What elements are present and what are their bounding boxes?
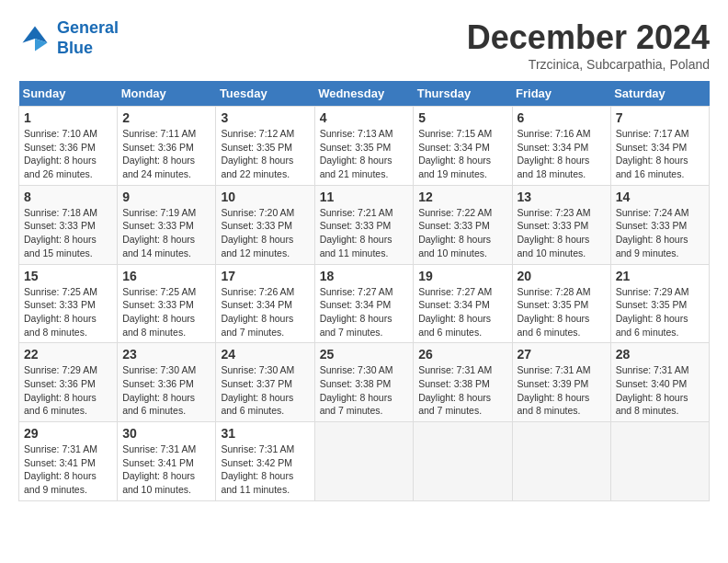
calendar-cell: 1 Sunrise: 7:10 AMSunset: 3:36 PMDayligh… bbox=[19, 107, 118, 186]
day-detail: Sunrise: 7:29 AMSunset: 3:35 PMDaylight:… bbox=[616, 286, 689, 338]
calendar-cell: 21 Sunrise: 7:29 AMSunset: 3:35 PMDaylig… bbox=[610, 264, 709, 343]
day-number: 15 bbox=[24, 269, 112, 283]
day-number: 16 bbox=[122, 269, 210, 283]
day-detail: Sunrise: 7:22 AMSunset: 3:33 PMDaylight:… bbox=[418, 207, 492, 259]
calendar-cell: 15 Sunrise: 7:25 AMSunset: 3:33 PMDaylig… bbox=[19, 264, 118, 343]
day-number: 4 bbox=[320, 110, 409, 125]
day-detail: Sunrise: 7:29 AMSunset: 3:36 PMDaylight:… bbox=[24, 364, 97, 416]
day-number: 22 bbox=[24, 347, 112, 362]
day-number: 17 bbox=[221, 269, 309, 283]
day-detail: Sunrise: 7:19 AMSunset: 3:33 PMDaylight:… bbox=[122, 207, 196, 259]
day-detail: Sunrise: 7:31 AMSunset: 3:40 PMDaylight:… bbox=[616, 364, 689, 416]
day-detail: Sunrise: 7:24 AMSunset: 3:33 PMDaylight:… bbox=[616, 207, 689, 259]
calendar-cell: 3 Sunrise: 7:12 AMSunset: 3:35 PMDayligh… bbox=[216, 107, 314, 186]
day-number: 29 bbox=[24, 426, 112, 441]
day-number: 10 bbox=[221, 190, 309, 204]
col-monday: Monday bbox=[118, 81, 216, 107]
calendar-cell: 25 Sunrise: 7:30 AMSunset: 3:38 PMDaylig… bbox=[314, 343, 414, 422]
day-number: 13 bbox=[518, 190, 606, 204]
day-detail: Sunrise: 7:25 AMSunset: 3:33 PMDaylight:… bbox=[24, 286, 97, 338]
logo: General Blue bbox=[18, 18, 119, 58]
calendar-week-4: 22 Sunrise: 7:29 AMSunset: 3:36 PMDaylig… bbox=[19, 343, 710, 422]
day-detail: Sunrise: 7:28 AMSunset: 3:35 PMDaylight:… bbox=[518, 286, 591, 338]
day-number: 2 bbox=[122, 110, 210, 125]
calendar-cell: 17 Sunrise: 7:26 AMSunset: 3:34 PMDaylig… bbox=[216, 264, 314, 343]
calendar-week-5: 29 Sunrise: 7:31 AMSunset: 3:41 PMDaylig… bbox=[19, 422, 710, 501]
calendar-week-3: 15 Sunrise: 7:25 AMSunset: 3:33 PMDaylig… bbox=[19, 264, 710, 343]
day-number: 11 bbox=[320, 190, 409, 204]
day-number: 23 bbox=[122, 347, 210, 362]
calendar-cell bbox=[610, 422, 709, 501]
calendar-cell: 11 Sunrise: 7:21 AMSunset: 3:33 PMDaylig… bbox=[314, 185, 414, 264]
logo-bird-icon bbox=[18, 22, 51, 55]
calendar-cell: 9 Sunrise: 7:19 AMSunset: 3:33 PMDayligh… bbox=[118, 185, 216, 264]
month-title: December 2024 bbox=[467, 18, 710, 57]
day-detail: Sunrise: 7:30 AMSunset: 3:37 PMDaylight:… bbox=[221, 364, 294, 416]
calendar-cell: 6 Sunrise: 7:16 AMSunset: 3:34 PMDayligh… bbox=[512, 107, 610, 186]
calendar-cell: 18 Sunrise: 7:27 AMSunset: 3:34 PMDaylig… bbox=[314, 264, 414, 343]
day-detail: Sunrise: 7:31 AMSunset: 3:41 PMDaylight:… bbox=[122, 443, 196, 495]
col-wednesday: Wednesday bbox=[314, 81, 414, 107]
calendar-cell: 8 Sunrise: 7:18 AMSunset: 3:33 PMDayligh… bbox=[19, 185, 118, 264]
calendar-cell: 28 Sunrise: 7:31 AMSunset: 3:40 PMDaylig… bbox=[610, 343, 709, 422]
calendar-cell: 31 Sunrise: 7:31 AMSunset: 3:42 PMDaylig… bbox=[216, 422, 314, 501]
day-number: 18 bbox=[320, 269, 409, 283]
title-area: December 2024 Trzcinica, Subcarpathia, P… bbox=[467, 18, 710, 72]
day-number: 21 bbox=[616, 269, 704, 283]
day-detail: Sunrise: 7:20 AMSunset: 3:33 PMDaylight:… bbox=[221, 207, 294, 259]
calendar-cell bbox=[414, 422, 512, 501]
logo-text: General Blue bbox=[57, 18, 119, 58]
calendar-cell: 24 Sunrise: 7:30 AMSunset: 3:37 PMDaylig… bbox=[216, 343, 314, 422]
day-detail: Sunrise: 7:18 AMSunset: 3:33 PMDaylight:… bbox=[24, 207, 97, 259]
calendar-cell: 19 Sunrise: 7:27 AMSunset: 3:34 PMDaylig… bbox=[414, 264, 512, 343]
day-number: 8 bbox=[24, 190, 112, 204]
day-number: 12 bbox=[418, 190, 506, 204]
day-detail: Sunrise: 7:31 AMSunset: 3:42 PMDaylight:… bbox=[221, 443, 294, 495]
day-detail: Sunrise: 7:16 AMSunset: 3:34 PMDaylight:… bbox=[518, 128, 591, 179]
calendar-cell: 2 Sunrise: 7:11 AMSunset: 3:36 PMDayligh… bbox=[118, 107, 216, 186]
col-tuesday: Tuesday bbox=[216, 81, 314, 107]
day-detail: Sunrise: 7:11 AMSunset: 3:36 PMDaylight:… bbox=[122, 128, 196, 179]
day-number: 14 bbox=[616, 190, 704, 204]
day-detail: Sunrise: 7:17 AMSunset: 3:34 PMDaylight:… bbox=[616, 128, 689, 179]
day-detail: Sunrise: 7:31 AMSunset: 3:41 PMDaylight:… bbox=[24, 443, 97, 495]
day-detail: Sunrise: 7:30 AMSunset: 3:38 PMDaylight:… bbox=[320, 364, 393, 416]
calendar-cell: 5 Sunrise: 7:15 AMSunset: 3:34 PMDayligh… bbox=[414, 107, 512, 186]
day-detail: Sunrise: 7:13 AMSunset: 3:35 PMDaylight:… bbox=[320, 128, 393, 179]
day-number: 28 bbox=[616, 347, 704, 362]
day-detail: Sunrise: 7:26 AMSunset: 3:34 PMDaylight:… bbox=[221, 286, 294, 338]
day-number: 30 bbox=[122, 426, 210, 441]
calendar-week-2: 8 Sunrise: 7:18 AMSunset: 3:33 PMDayligh… bbox=[19, 185, 710, 264]
day-detail: Sunrise: 7:31 AMSunset: 3:39 PMDaylight:… bbox=[518, 364, 591, 416]
day-number: 24 bbox=[221, 347, 309, 362]
day-number: 25 bbox=[320, 347, 409, 362]
col-sunday: Sunday bbox=[19, 81, 118, 107]
location: Trzcinica, Subcarpathia, Poland bbox=[467, 57, 710, 72]
calendar-cell: 27 Sunrise: 7:31 AMSunset: 3:39 PMDaylig… bbox=[512, 343, 610, 422]
calendar-cell: 23 Sunrise: 7:30 AMSunset: 3:36 PMDaylig… bbox=[118, 343, 216, 422]
col-thursday: Thursday bbox=[414, 81, 512, 107]
calendar-cell: 29 Sunrise: 7:31 AMSunset: 3:41 PMDaylig… bbox=[19, 422, 118, 501]
calendar-cell: 26 Sunrise: 7:31 AMSunset: 3:38 PMDaylig… bbox=[414, 343, 512, 422]
col-friday: Friday bbox=[512, 81, 610, 107]
day-detail: Sunrise: 7:15 AMSunset: 3:34 PMDaylight:… bbox=[418, 128, 492, 179]
day-number: 31 bbox=[221, 426, 309, 441]
calendar-table: Sunday Monday Tuesday Wednesday Thursday… bbox=[18, 81, 710, 501]
calendar-cell: 10 Sunrise: 7:20 AMSunset: 3:33 PMDaylig… bbox=[216, 185, 314, 264]
day-number: 6 bbox=[518, 110, 606, 125]
day-number: 26 bbox=[418, 347, 506, 362]
calendar-week-1: 1 Sunrise: 7:10 AMSunset: 3:36 PMDayligh… bbox=[19, 107, 710, 186]
calendar-cell: 4 Sunrise: 7:13 AMSunset: 3:35 PMDayligh… bbox=[314, 107, 414, 186]
day-detail: Sunrise: 7:27 AMSunset: 3:34 PMDaylight:… bbox=[418, 286, 492, 338]
calendar-header-row: Sunday Monday Tuesday Wednesday Thursday… bbox=[19, 81, 710, 107]
calendar-cell: 16 Sunrise: 7:25 AMSunset: 3:33 PMDaylig… bbox=[118, 264, 216, 343]
day-detail: Sunrise: 7:12 AMSunset: 3:35 PMDaylight:… bbox=[221, 128, 294, 179]
calendar-cell bbox=[314, 422, 414, 501]
day-number: 19 bbox=[418, 269, 506, 283]
col-saturday: Saturday bbox=[610, 81, 709, 107]
calendar-cell: 30 Sunrise: 7:31 AMSunset: 3:41 PMDaylig… bbox=[118, 422, 216, 501]
day-detail: Sunrise: 7:27 AMSunset: 3:34 PMDaylight:… bbox=[320, 286, 393, 338]
day-detail: Sunrise: 7:30 AMSunset: 3:36 PMDaylight:… bbox=[122, 364, 196, 416]
day-number: 1 bbox=[24, 110, 112, 125]
calendar-cell: 7 Sunrise: 7:17 AMSunset: 3:34 PMDayligh… bbox=[610, 107, 709, 186]
